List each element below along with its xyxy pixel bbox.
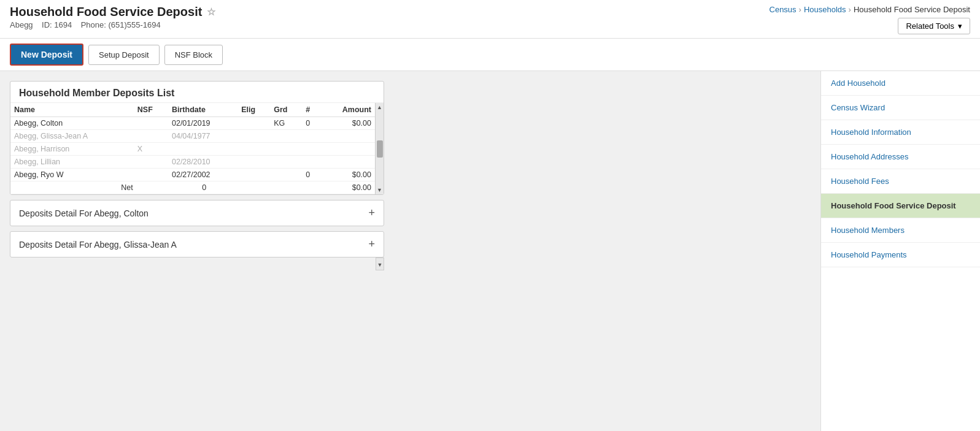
scroll-thumb[interactable] (377, 140, 383, 158)
cell-birthdate: 02/27/2002 (168, 169, 237, 181)
scroll-down-icon: ▼ (377, 262, 383, 268)
col-elig: Elig (237, 103, 270, 117)
scroll-up-arrow[interactable]: ▲ (377, 104, 382, 110)
cell-number (302, 143, 320, 156)
nsf-block-button[interactable]: NSF Block (164, 45, 223, 65)
cell-amount (320, 143, 375, 156)
bottom-scroll-area: ▼ (10, 257, 384, 270)
sidebar-item-household-addresses[interactable]: Household Addresses (821, 145, 980, 169)
deposits-list-title: Household Member Deposits List (10, 82, 384, 103)
deposit-detail-section[interactable]: Deposits Detail For Abegg, Glissa-Jean A… (10, 231, 384, 257)
scroll-down-arrow[interactable]: ▼ (377, 187, 382, 193)
sidebar-item-household-members[interactable]: Household Members (821, 218, 980, 243)
breadcrumb: Census › Households › Household Food Ser… (770, 5, 970, 14)
cell-number: 0 (302, 117, 320, 130)
header-left: Household Food Service Deposit ☆ Abegg I… (10, 5, 215, 29)
sidebar-item-label: Household Fees (831, 177, 889, 186)
page-title-row: Household Food Service Deposit ☆ (10, 5, 215, 19)
subtitle-id: ID: 1694 (42, 20, 72, 29)
cell-elig (237, 130, 270, 143)
sidebar-item-household-payments[interactable]: Household Payments (821, 243, 980, 267)
cell-grd (270, 130, 302, 143)
sidebar-item-household-food-service-deposit[interactable]: Household Food Service Deposit (821, 194, 980, 218)
sidebar-item-label: Household Addresses (831, 152, 908, 161)
table-header-row: Name NSF Birthdate Elig Grd # Amount (10, 103, 375, 117)
sidebar-item-label: Household Members (831, 226, 905, 235)
deposit-detail-label: Deposits Detail For Abegg, Colton (19, 208, 149, 218)
header-right: Census › Households › Household Food Ser… (770, 5, 970, 34)
sidebar-item-label: Household Information (831, 128, 911, 137)
sidebar-item-label: Census Wizard (831, 103, 885, 112)
cell-nsf (134, 117, 168, 130)
toolbar: New Deposit Setup Deposit NSF Block (0, 39, 980, 71)
col-grd: Grd (270, 103, 302, 117)
related-tools-label: Related Tools (906, 21, 954, 31)
breadcrumb-sep-1: › (799, 5, 801, 14)
page-subtitle: Abegg ID: 1694 Phone: (651)555-1694 (10, 20, 215, 29)
sidebar-item-household-information[interactable]: Household Information (821, 120, 980, 145)
sidebar-item-add-household[interactable]: Add Household (821, 71, 980, 96)
table-row: Abegg, Lillian 02/28/2010 (10, 156, 375, 169)
cell-name: Abegg, Ryo W (10, 169, 134, 181)
bottom-scroll-down[interactable]: ▼ (376, 257, 384, 270)
setup-deposit-button[interactable]: Setup Deposit (88, 45, 160, 65)
sidebar-item-census-wizard[interactable]: Census Wizard (821, 96, 980, 120)
cell-nsf (134, 169, 168, 181)
cell-amount (320, 156, 375, 169)
cell-birthdate: 02/01/2019 (168, 117, 237, 130)
sidebar-item-label: Household Food Service Deposit (831, 201, 956, 210)
cell-amount: $0.00 (320, 169, 375, 181)
cell-number (302, 156, 320, 169)
sidebar: Add HouseholdCensus WizardHousehold Info… (820, 71, 980, 431)
col-number: # (302, 103, 320, 117)
deposits-table: Name NSF Birthdate Elig Grd # Amount Abe… (10, 103, 375, 181)
favorite-star-icon[interactable]: ☆ (207, 6, 215, 18)
cell-grd (270, 169, 302, 181)
cell-number (302, 130, 320, 143)
cell-grd (270, 143, 302, 156)
related-tools-button[interactable]: Related Tools ▾ (898, 18, 970, 34)
net-row: Net 0 $0.00 (10, 181, 375, 194)
expand-plus-icon[interactable]: + (368, 207, 375, 219)
page-title: Household Food Service Deposit (10, 5, 202, 19)
cell-birthdate: 02/28/2010 (168, 156, 237, 169)
cell-elig (237, 156, 270, 169)
breadcrumb-census[interactable]: Census (770, 5, 797, 14)
deposit-detail-label: Deposits Detail For Abegg, Glissa-Jean A (19, 240, 177, 250)
deposit-details-container: Deposits Detail For Abegg, Colton + Depo… (10, 200, 811, 257)
col-name: Name (10, 103, 134, 117)
table-row: Abegg, Ryo W 02/27/2002 0 $0.00 (10, 169, 375, 181)
sidebar-item-household-fees[interactable]: Household Fees (821, 169, 980, 194)
expand-plus-icon[interactable]: + (368, 238, 375, 251)
cell-name: Abegg, Lillian (10, 156, 134, 169)
net-amount: $0.00 (210, 181, 375, 194)
cell-birthdate: 04/04/1977 (168, 130, 237, 143)
cell-elig (237, 169, 270, 181)
col-amount: Amount (320, 103, 375, 117)
net-row-table: Net 0 $0.00 (10, 181, 375, 194)
cell-grd (270, 156, 302, 169)
table-row: Abegg, Harrison X (10, 143, 375, 156)
cell-number: 0 (302, 169, 320, 181)
cell-name: Abegg, Glissa-Jean A (10, 130, 134, 143)
cell-elig (237, 143, 270, 156)
net-label: Net (10, 181, 138, 194)
deposits-table-body: Abegg, Colton 02/01/2019 KG 0 $0.00 Abeg… (10, 117, 375, 181)
cell-name: Abegg, Harrison (10, 143, 134, 156)
cell-grd: KG (270, 117, 302, 130)
cell-nsf (134, 156, 168, 169)
deposit-detail-section[interactable]: Deposits Detail For Abegg, Colton + (10, 200, 384, 226)
breadcrumb-households[interactable]: Households (804, 5, 846, 14)
new-deposit-button[interactable]: New Deposit (10, 44, 83, 66)
main-layout: Household Member Deposits List Name NSF … (0, 71, 980, 431)
chevron-down-icon: ▾ (958, 21, 962, 31)
sidebar-item-label: Add Household (831, 78, 885, 88)
cell-amount: $0.00 (320, 117, 375, 130)
deposits-list-box: Household Member Deposits List Name NSF … (10, 81, 384, 195)
table-row: Abegg, Colton 02/01/2019 KG 0 $0.00 (10, 117, 375, 130)
breadcrumb-current: Household Food Service Deposit (854, 5, 970, 14)
content-area: Household Member Deposits List Name NSF … (0, 71, 820, 431)
table-scrollbar[interactable]: ▲ ▼ (375, 103, 384, 194)
header: Household Food Service Deposit ☆ Abegg I… (0, 0, 980, 39)
sidebar-item-label: Household Payments (831, 250, 907, 259)
